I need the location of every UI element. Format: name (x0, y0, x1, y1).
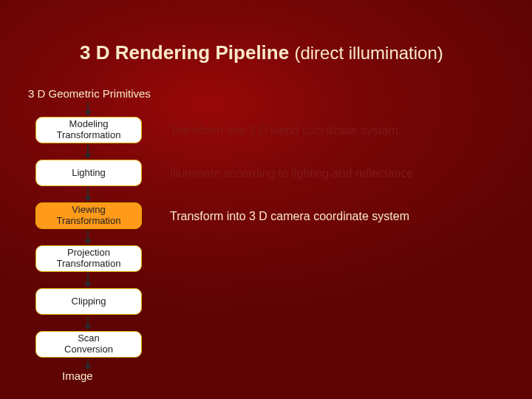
stage-viewing-transformation: ViewingTransformation (35, 202, 142, 229)
title-main: 3 D Rendering Pipeline (80, 41, 289, 64)
stage-projection-transformation: ProjectionTransformation (35, 245, 142, 272)
stage-desc: Transform into 3 D world coordinate syst… (170, 124, 398, 137)
stage-label: Clipping (72, 296, 106, 307)
stage-label: ProjectionTransformation (57, 248, 121, 270)
arrow-icon (87, 145, 89, 158)
stage-desc: Illuminate according to lighting and ref… (170, 167, 413, 180)
slide-title: 3 D Rendering Pipeline (direct illuminat… (80, 41, 443, 64)
arrow-icon (87, 231, 89, 244)
stage-label: Lighting (72, 168, 106, 179)
arrow-icon (87, 359, 89, 369)
pipeline-end-label: Image (62, 369, 93, 382)
stage-lighting: Lighting (35, 160, 142, 186)
stage-scan-conversion: ScanConversion (35, 331, 142, 358)
stage-label: ModelingTransformation (57, 119, 121, 141)
arrow-icon (87, 188, 89, 201)
stage-clipping: Clipping (35, 288, 142, 315)
stage-label: ViewingTransformation (57, 205, 121, 227)
stage-label: ScanConversion (64, 333, 113, 355)
title-sub: (direct illumination) (294, 43, 443, 63)
arrow-icon (87, 316, 89, 330)
stage-modeling-transformation: ModelingTransformation (35, 117, 142, 143)
stage-desc: Transform into 3 D camera coordinate sys… (170, 210, 409, 223)
arrow-icon (87, 102, 89, 115)
arrow-icon (87, 273, 89, 287)
pipeline-start-label: 3 D Geometric Primitives (28, 87, 151, 100)
